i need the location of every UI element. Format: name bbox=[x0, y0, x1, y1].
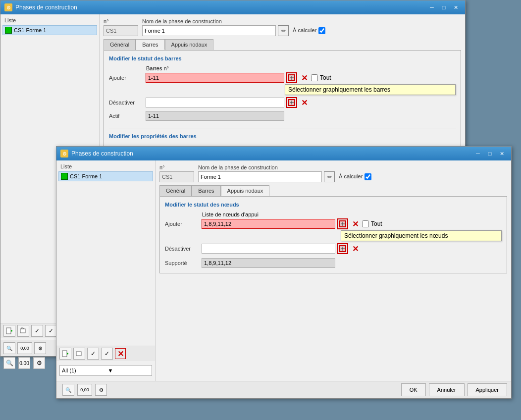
val-btn-2[interactable]: 0,00 bbox=[77, 384, 92, 396]
minimize-btn-1[interactable]: ─ bbox=[426, 2, 437, 12]
a-calculer-label-1: À calculer bbox=[293, 27, 316, 33]
list-item-color-2 bbox=[61, 173, 68, 180]
tab-general-1[interactable]: Général bbox=[104, 39, 136, 50]
left-panel-2: Liste CS1 Forme 1 ✓ ✓ ✕ bbox=[56, 160, 156, 381]
window-2-main: Liste CS1 Forme 1 ✓ ✓ ✕ bbox=[56, 160, 511, 381]
check-btn-2[interactable]: ✓ bbox=[87, 348, 99, 360]
a-calculer-group-2: À calculer bbox=[339, 173, 371, 180]
tabs-2: Général Barres Appuis nodaux bbox=[159, 185, 507, 196]
a-calculer-label-2: À calculer bbox=[339, 173, 363, 179]
n-input-2[interactable] bbox=[159, 171, 194, 182]
select-graphique-btn-2b[interactable] bbox=[337, 243, 348, 254]
tooltip-1: Sélectionner graphiquement les barres bbox=[285, 84, 456, 95]
a-calculer-checkbox-1[interactable] bbox=[318, 27, 325, 34]
select-graphique-btn-1b[interactable] bbox=[286, 97, 297, 108]
all-dropdown-2[interactable]: All (1) ▼ bbox=[59, 365, 152, 376]
tab-barres-1[interactable]: Barres bbox=[136, 39, 164, 50]
list-item-text-1: CS1 Forme 1 bbox=[14, 27, 46, 33]
new-btn-2[interactable] bbox=[59, 348, 71, 360]
all-dropdown-container-2: All (1) ▼ bbox=[59, 365, 152, 376]
select-graphique-btn-2[interactable] bbox=[337, 218, 348, 229]
all-label-2: All (1) bbox=[60, 368, 106, 373]
svg-rect-3 bbox=[20, 329, 25, 333]
new-btn-1[interactable] bbox=[3, 325, 15, 337]
clear-btn-1[interactable]: ✕ bbox=[299, 73, 309, 83]
close-btn-1[interactable]: ✕ bbox=[450, 2, 461, 12]
select-graphique-btn-1[interactable] bbox=[286, 72, 297, 83]
a-calculer-group-1: À calculer bbox=[293, 27, 325, 34]
svg-rect-12 bbox=[62, 351, 67, 357]
title-bar-1[interactable]: ⚙ Phases de construction ─ □ ✕ bbox=[0, 0, 465, 14]
list-item-1[interactable]: CS1 Forme 1 bbox=[2, 25, 97, 35]
clear-btn-1b[interactable]: ✕ bbox=[299, 98, 309, 107]
actif-input-1 bbox=[146, 111, 284, 121]
supporte-label-2: Supporté bbox=[165, 260, 200, 266]
nom-input-1[interactable] bbox=[142, 25, 276, 36]
window-2-body: Liste CS1 Forme 1 ✓ ✓ ✕ bbox=[56, 160, 511, 398]
clear-btn-2[interactable]: ✕ bbox=[350, 219, 360, 229]
list-header-2: Liste bbox=[58, 162, 153, 170]
desactiver-input-1[interactable] bbox=[146, 98, 284, 107]
settings-btn-1[interactable]: ⚙ bbox=[33, 357, 45, 369]
svg-rect-0 bbox=[6, 328, 11, 334]
open-btn-2[interactable] bbox=[73, 348, 85, 360]
close-btn-2[interactable]: ✕ bbox=[496, 149, 507, 158]
edit-btn-1[interactable]: ✏ bbox=[278, 25, 289, 36]
tab-barres-2[interactable]: Barres bbox=[192, 185, 220, 196]
search-btn-1-bt[interactable]: 🔍 bbox=[3, 342, 15, 354]
ajouter-input-1[interactable] bbox=[146, 73, 284, 83]
desactiver-input-2[interactable] bbox=[202, 244, 335, 254]
tout-group-2: Tout bbox=[362, 220, 382, 227]
dialog-buttons-2: OK Annuler Appliquer bbox=[401, 383, 507, 396]
title-bar-2[interactable]: ⚙ Phases de construction ─ □ ✕ bbox=[56, 147, 511, 160]
tout-label-1: Tout bbox=[320, 74, 331, 81]
tout-group-1: Tout bbox=[311, 74, 331, 81]
tout-checkbox-1[interactable] bbox=[311, 74, 318, 81]
settings-btn-2[interactable]: ⚙ bbox=[95, 384, 107, 396]
window-icon-1: ⚙ bbox=[4, 3, 12, 11]
noeuds-label-2: Liste de nœuds d'appui bbox=[202, 211, 502, 217]
delete-btn-2[interactable]: ✕ bbox=[115, 348, 126, 359]
maximize-btn-2[interactable]: □ bbox=[484, 149, 495, 158]
barres-label-1: Barres n° bbox=[146, 65, 456, 71]
ajouter-input-2[interactable] bbox=[202, 219, 335, 229]
tab-content-2: Modifier le statut des nœuds Liste de nœ… bbox=[159, 196, 507, 273]
window-icon-2: ⚙ bbox=[60, 150, 68, 158]
annuler-btn[interactable]: Annuler bbox=[429, 383, 465, 396]
tab-appuis-2[interactable]: Appuis nodaux bbox=[221, 185, 270, 196]
check2-btn-2[interactable]: ✓ bbox=[101, 348, 113, 360]
check2-btn-1[interactable]: ✓ bbox=[45, 325, 57, 337]
tab-appuis-1[interactable]: Appuis nodaux bbox=[165, 39, 214, 50]
a-calculer-checkbox-2[interactable] bbox=[365, 173, 371, 180]
nom-input-2[interactable] bbox=[198, 171, 322, 182]
appliquer-btn[interactable]: Appliquer bbox=[468, 383, 507, 396]
search-btn-2[interactable]: 🔍 bbox=[62, 384, 74, 396]
n-input-1[interactable] bbox=[104, 25, 138, 36]
desactiver-label-2: Désactiver bbox=[165, 246, 200, 252]
list-header-1: Liste bbox=[2, 16, 97, 24]
clear-btn-2b[interactable]: ✕ bbox=[350, 244, 360, 254]
left-toolbar-2: ✓ ✓ ✕ bbox=[56, 346, 155, 361]
n-label-2: n° bbox=[159, 164, 194, 170]
ajouter-row-1: Ajouter ✕ Tout bbox=[109, 72, 456, 83]
open-btn-1[interactable] bbox=[17, 325, 29, 337]
right-content-2: n° Nom de la phase de construction ✏ À c… bbox=[156, 160, 511, 381]
title-controls-1: ─ □ ✕ bbox=[426, 2, 461, 12]
list-item-2[interactable]: CS1 Forme 1 bbox=[58, 171, 153, 181]
val-btn-1-bt[interactable]: 0,00 bbox=[17, 342, 32, 354]
tab-general-2[interactable]: Général bbox=[159, 185, 192, 196]
nom-field-group-1: Nom de la phase de construction ✏ bbox=[142, 18, 289, 36]
settings-btn-1-bt[interactable]: ⚙ bbox=[34, 342, 46, 354]
window-2: ⚙ Phases de construction ─ □ ✕ Liste CS1… bbox=[56, 146, 512, 399]
check-btn-1[interactable]: ✓ bbox=[31, 325, 43, 337]
tout-checkbox-2[interactable] bbox=[362, 220, 369, 227]
value-btn-1[interactable]: 0.00 bbox=[18, 357, 30, 369]
search-btn-1[interactable]: 🔍 bbox=[3, 357, 15, 369]
edit-btn-2[interactable]: ✏ bbox=[324, 171, 335, 182]
ok-btn[interactable]: OK bbox=[401, 383, 426, 396]
desactiver-label-1: Désactiver bbox=[109, 100, 144, 105]
maximize-btn-1[interactable]: □ bbox=[438, 2, 449, 12]
n-field-group-1: n° bbox=[104, 18, 138, 36]
top-form-1: n° Nom de la phase de construction ✏ À c… bbox=[104, 18, 461, 36]
minimize-btn-2[interactable]: ─ bbox=[472, 149, 483, 158]
